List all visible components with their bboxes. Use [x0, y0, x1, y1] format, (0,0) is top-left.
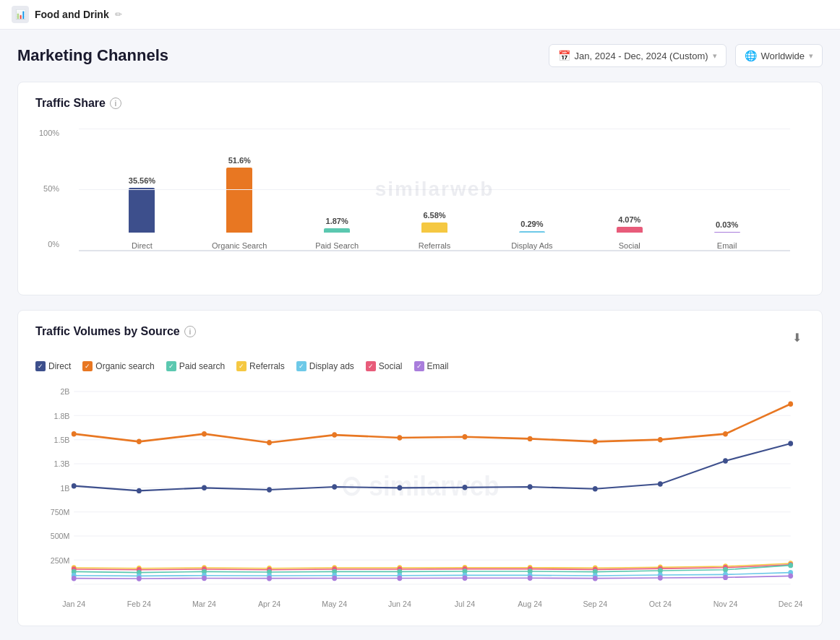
svg-text:Nov 24: Nov 24	[713, 599, 738, 608]
svg-point-41	[788, 402, 793, 407]
line-chart-wrapper: 2B1.8B1.5B1.3B1B750M500M250MJan 24Feb 24…	[35, 380, 805, 611]
location-picker[interactable]: 🌐 Worldwide ▾	[735, 44, 823, 67]
bar-label-6: Email	[717, 241, 737, 250]
svg-point-107	[397, 576, 402, 581]
svg-point-88	[723, 567, 728, 572]
traffic-share-card: Traffic Share i 100% 50% 0% similarweb 3…	[17, 82, 823, 295]
bar-value-1: 51.6%	[228, 156, 251, 165]
y-label-50: 50%	[43, 184, 59, 194]
svg-text:⊙ similarweb: ⊙ similarweb	[340, 470, 499, 501]
svg-text:Feb 24: Feb 24	[127, 599, 151, 608]
bar-label-3: Referrals	[419, 241, 451, 250]
bar-chart-container: 100% 50% 0% similarweb 35.56%Direct51.6%…	[35, 121, 805, 280]
location-label: Worldwide	[761, 51, 805, 61]
bar-value-6: 0.03%	[716, 220, 738, 229]
chevron-down-icon: ▾	[713, 51, 717, 61]
svg-point-113	[788, 574, 793, 579]
svg-point-110	[593, 576, 598, 581]
svg-point-52	[723, 458, 728, 463]
svg-point-44	[202, 485, 207, 490]
y-label-100: 100%	[39, 129, 59, 139]
bar-value-3: 6.58%	[423, 211, 445, 220]
svg-text:Jan 24: Jan 24	[62, 599, 85, 608]
traffic-volumes-info-icon[interactable]: i	[184, 326, 196, 337]
bar-rect-6	[714, 232, 740, 233]
globe-icon: 🌐	[745, 50, 757, 61]
svg-point-48	[463, 485, 468, 490]
h-line-50	[79, 189, 790, 190]
svg-text:500M: 500M	[51, 532, 70, 541]
svg-point-43	[137, 488, 142, 493]
bar-rect-4	[519, 231, 545, 233]
svg-point-39	[658, 437, 663, 442]
svg-text:May 24: May 24	[322, 599, 347, 608]
legend-checkbox-5[interactable]: ✓	[366, 361, 376, 371]
legend-item-display-ads[interactable]: ✓Display ads	[296, 361, 354, 371]
traffic-share-title: Traffic Share i	[35, 97, 805, 110]
legend-label-6: Email	[427, 361, 449, 371]
svg-point-36	[463, 434, 468, 439]
legend-checkbox-2[interactable]: ✓	[166, 361, 176, 371]
svg-point-40	[723, 431, 728, 436]
bar-group-referrals: 6.58%Referrals	[386, 211, 484, 250]
workspace-title: Food and Drink	[35, 9, 109, 20]
bar-value-2: 1.87%	[326, 217, 348, 225]
legend-checkbox-1[interactable]: ✓	[82, 361, 93, 371]
svg-text:Jun 24: Jun 24	[388, 599, 411, 608]
app-icon: 📊	[12, 6, 29, 23]
top-bar: 📊 Food and Drink ✏	[0, 0, 840, 30]
svg-text:Dec 24: Dec 24	[779, 599, 803, 608]
svg-point-47	[397, 485, 402, 490]
bar-chart-area: 100% 50% 0% similarweb 35.56%Direct51.6%…	[79, 129, 790, 251]
bar-group-display-ads: 0.29%Display Ads	[483, 220, 580, 250]
h-line-100	[79, 129, 790, 129]
svg-point-89	[788, 563, 793, 568]
svg-point-38	[593, 439, 598, 444]
legend-item-social[interactable]: ✓Social	[366, 361, 403, 371]
download-button[interactable]: ⬇	[789, 328, 805, 347]
bar-label-4: Display Ads	[511, 241, 552, 250]
svg-text:Oct 24: Oct 24	[649, 599, 672, 608]
svg-point-109	[528, 576, 533, 581]
svg-text:250M: 250M	[51, 555, 70, 565]
legend-item-paid-search[interactable]: ✓Paid search	[166, 361, 225, 371]
bar-group-social: 4.07%Social	[580, 215, 678, 250]
bar-group-organic-search: 51.6%Organic Search	[191, 156, 288, 250]
bar-group-paid-search: 1.87%Paid Search	[288, 217, 386, 250]
legend-checkbox-3[interactable]: ✓	[236, 361, 247, 371]
traffic-volumes-card: Traffic Volumes by Source i ⬇ ✓Direct✓Or…	[17, 310, 823, 626]
legend-checkbox-6[interactable]: ✓	[414, 361, 424, 371]
svg-point-33	[267, 440, 272, 445]
main-content: Marketing Channels 📅 Jan, 2024 - Dec, 20…	[0, 30, 840, 640]
header-controls: 📅 Jan, 2024 - Dec, 2024 (Custom) ▾ 🌐 Wor…	[549, 44, 823, 67]
svg-point-32	[202, 431, 207, 436]
legend-label-2: Paid search	[179, 361, 225, 371]
svg-point-108	[463, 576, 468, 581]
svg-point-53	[788, 441, 793, 446]
svg-text:1.8B: 1.8B	[54, 411, 70, 420]
traffic-share-info-icon[interactable]: i	[110, 98, 121, 109]
svg-point-106	[332, 576, 337, 581]
bar-value-5: 4.07%	[618, 215, 640, 224]
svg-point-112	[723, 575, 728, 580]
svg-point-102	[72, 576, 77, 581]
legend-checkbox-0[interactable]: ✓	[35, 361, 46, 371]
page-header: Marketing Channels 📅 Jan, 2024 - Dec, 20…	[17, 44, 823, 67]
legend-item-organic-search[interactable]: ✓Organic search	[82, 361, 154, 371]
svg-point-34	[332, 432, 337, 437]
legend-label-1: Organic search	[95, 361, 154, 371]
legend-item-referrals[interactable]: ✓Referrals	[236, 361, 285, 371]
legend-item-email[interactable]: ✓Email	[414, 361, 449, 371]
svg-text:1.3B: 1.3B	[54, 459, 70, 469]
legend-item-direct[interactable]: ✓Direct	[35, 361, 71, 371]
date-range-label: Jan, 2024 - Dec, 2024 (Custom)	[575, 51, 708, 61]
svg-point-49	[528, 484, 533, 489]
bar-label-0: Direct	[132, 241, 153, 250]
svg-point-50	[593, 486, 598, 491]
edit-icon[interactable]: ✏	[115, 9, 122, 20]
bar-label-5: Social	[619, 241, 640, 250]
legend-checkbox-4[interactable]: ✓	[296, 361, 307, 371]
svg-point-35	[397, 435, 402, 440]
svg-point-111	[658, 575, 663, 580]
date-range-picker[interactable]: 📅 Jan, 2024 - Dec, 2024 (Custom) ▾	[549, 44, 727, 67]
